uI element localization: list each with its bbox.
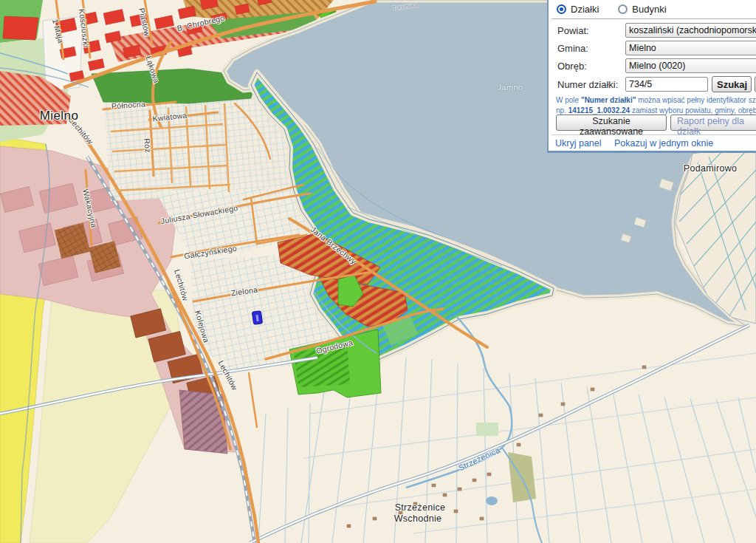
parcel-number-label: Numer działki: bbox=[557, 79, 618, 90]
obreb-select[interactable]: Mielno (0020) bbox=[625, 58, 756, 73]
single-window-link[interactable]: Pokazuj w jednym oknie bbox=[614, 138, 713, 148]
radio-dzialki-label: Działki bbox=[571, 4, 599, 15]
obreb-label: Obręb: bbox=[557, 61, 587, 72]
powiat-label: Powiat: bbox=[557, 25, 589, 36]
radio-dzialki-icon[interactable] bbox=[557, 4, 566, 14]
divider bbox=[551, 18, 756, 19]
hide-panel-link[interactable]: Ukryj panel bbox=[555, 138, 602, 148]
search-panel: Działki Budynki Powiat: koszaliński (zac… bbox=[547, 0, 756, 153]
selected-parcel-marker[interactable] bbox=[252, 310, 263, 325]
gmina-label: Gmina: bbox=[557, 43, 588, 54]
radio-dzialki[interactable]: Działki bbox=[557, 4, 599, 15]
parcel-number-input[interactable] bbox=[625, 77, 708, 92]
radio-budynki[interactable]: Budynki bbox=[618, 4, 666, 15]
powiat-select[interactable]: koszaliński (zachodniopomorskie bbox=[625, 23, 756, 38]
gmina-select[interactable]: Mielno bbox=[625, 41, 756, 55]
radio-budynki-label: Budynki bbox=[632, 4, 666, 15]
divider bbox=[551, 134, 756, 135]
full-report-button[interactable]: Raport pełny dla działk bbox=[670, 115, 756, 131]
advanced-search-button[interactable]: Szukanie zaawansowane bbox=[556, 115, 667, 131]
search-button[interactable]: Szukaj bbox=[712, 76, 752, 92]
help-text: W pole "Numer działki" można wpisać pełn… bbox=[556, 95, 756, 116]
radio-budynki-icon[interactable] bbox=[618, 4, 628, 14]
